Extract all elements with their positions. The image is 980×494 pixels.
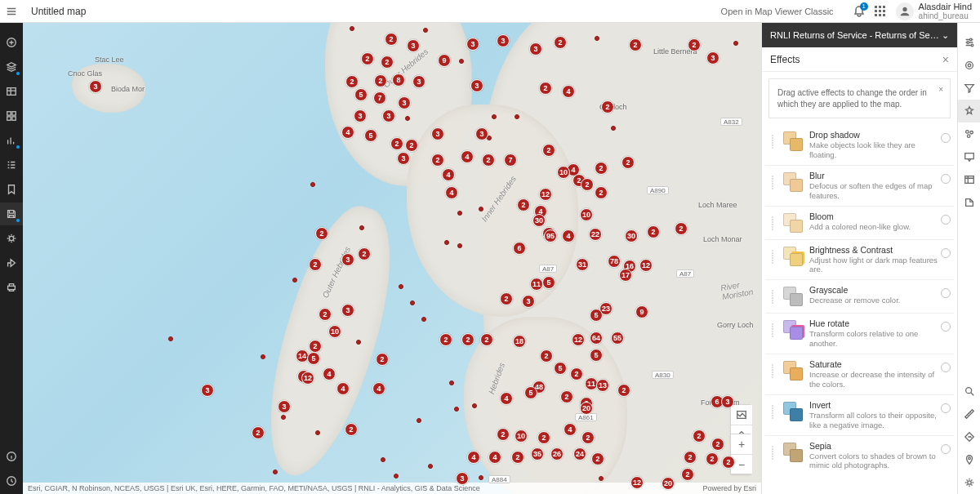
cluster-marker[interactable]: 4 [564,423,577,436]
drag-handle-icon[interactable] [768,216,777,230]
cluster-marker[interactable]: 3 [706,51,719,65]
data-point[interactable] [292,278,297,283]
cluster-marker[interactable]: 4 [445,186,458,199]
cluster-marker[interactable]: 3 [522,295,535,308]
cluster-marker[interactable]: 3 [89,80,102,93]
cluster-marker[interactable]: 3 [721,395,734,408]
drag-handle-icon[interactable] [768,446,777,460]
cluster-marker[interactable]: 5 [590,349,603,362]
search-button[interactable] [958,380,981,403]
cluster-marker[interactable]: 13 [596,379,609,392]
layer-selector[interactable]: RNLI Returns of Service - Returns of Ser… [762,23,957,47]
cluster-marker[interactable]: 4 [500,392,513,405]
effect-toggle[interactable] [941,322,951,332]
cluster-marker[interactable]: 4 [488,451,501,464]
labels-button[interactable] [958,191,981,214]
cluster-marker[interactable]: 2 [539,82,552,95]
cluster-marker[interactable]: 12 [539,188,552,201]
cluster-marker[interactable]: 5 [524,386,537,399]
cluster-marker[interactable]: 2 [511,451,524,464]
print-button[interactable] [0,276,23,299]
cluster-marker[interactable]: 5 [364,129,377,142]
cluster-marker[interactable]: 2 [595,162,608,175]
cluster-marker[interactable]: 2 [497,428,510,441]
properties-button[interactable] [958,31,981,54]
cluster-marker[interactable]: 10 [557,166,570,179]
cluster-marker[interactable]: 2 [711,438,724,451]
cluster-marker[interactable]: 20 [580,402,593,415]
basemap-button[interactable] [0,105,23,127]
effect-row[interactable]: Brightness & ContrastAdjust how light or… [765,239,954,280]
data-point[interactable] [595,36,599,41]
effect-toggle[interactable] [941,133,951,143]
effect-toggle[interactable] [941,403,951,413]
app-launcher-button[interactable] [870,0,891,23]
cluster-marker[interactable]: 3 [412,75,425,88]
cluster-marker[interactable]: 2 [581,178,594,191]
data-point[interactable] [381,457,385,462]
cluster-marker[interactable]: 3 [341,304,354,317]
data-point[interactable] [399,284,403,289]
popup-button[interactable] [958,145,981,168]
drag-handle-icon[interactable] [768,250,777,264]
cluster-marker[interactable]: 2 [629,38,642,51]
cluster-marker[interactable]: 10 [328,325,341,338]
cluster-marker[interactable]: 3 [382,109,395,122]
drag-handle-icon[interactable] [768,176,777,189]
cluster-marker[interactable]: 5 [554,362,567,375]
cluster-marker[interactable]: 3 [397,152,410,165]
cluster-marker[interactable]: 31 [576,258,589,271]
cluster-marker[interactable]: 2 [309,258,322,271]
cluster-marker[interactable]: 2 [540,349,553,363]
data-point[interactable] [394,474,399,478]
cluster-marker[interactable]: 6 [513,242,526,255]
effect-toggle[interactable] [941,363,951,372]
map-canvas[interactable]: + − Esri, CGIAR, N Robinson, NCEAS, USGS… [23,23,761,494]
cluster-marker[interactable]: 95 [544,229,557,243]
cluster-marker[interactable]: 4 [562,85,575,98]
drag-handle-icon[interactable] [768,135,777,149]
fields-button[interactable] [958,168,981,191]
cluster-button[interactable] [958,122,981,145]
cluster-marker[interactable]: 26 [550,447,564,461]
cluster-marker[interactable]: 2 [405,139,418,152]
cluster-marker[interactable]: 2 [385,33,398,46]
cluster-marker[interactable]: 10 [514,429,528,443]
cluster-marker[interactable]: 22 [589,228,602,241]
cluster-marker[interactable]: 5 [542,276,555,289]
about-button[interactable] [0,445,23,468]
cluster-marker[interactable]: 4 [461,150,474,163]
data-point[interactable] [459,59,464,64]
cluster-marker[interactable]: 2 [374,74,387,87]
cluster-marker[interactable]: 10 [580,208,593,221]
cluster-marker[interactable]: 3 [407,39,420,52]
data-point[interactable] [599,476,604,481]
effect-row[interactable]: SepiaConvert colors to shades of brown t… [765,435,954,476]
cluster-marker[interactable]: 3 [431,127,444,140]
cluster-marker[interactable]: 2 [376,353,389,366]
zoom-in-button[interactable]: + [731,434,752,454]
data-point[interactable] [514,114,519,119]
data-point[interactable] [611,126,616,131]
data-point[interactable] [457,243,462,248]
data-point[interactable] [421,317,426,322]
cluster-marker[interactable]: 2 [537,431,550,444]
cluster-marker[interactable]: 2 [675,222,688,235]
cluster-marker[interactable]: 2 [345,423,358,436]
cluster-marker[interactable]: 2 [361,52,374,65]
cluster-marker[interactable]: 55 [611,332,624,345]
dismiss-hint-button[interactable]: × [938,84,943,96]
data-point[interactable] [428,464,433,469]
data-point[interactable] [449,381,454,385]
cluster-marker[interactable]: 2 [722,456,735,469]
measure-button[interactable] [958,403,981,425]
cluster-marker[interactable]: 5 [354,88,368,101]
effect-row[interactable]: GrayscaleDecrease or remove color. [765,279,954,313]
legend-button[interactable] [0,154,23,176]
effect-row[interactable]: Drop shadowMake objects look like they a… [765,125,954,165]
cluster-marker[interactable]: 2 [621,156,635,169]
cluster-marker[interactable]: 3 [466,38,479,51]
cluster-marker[interactable]: 7 [504,154,517,167]
cluster-marker[interactable]: 2 [439,333,452,346]
tables-button[interactable] [0,80,23,103]
